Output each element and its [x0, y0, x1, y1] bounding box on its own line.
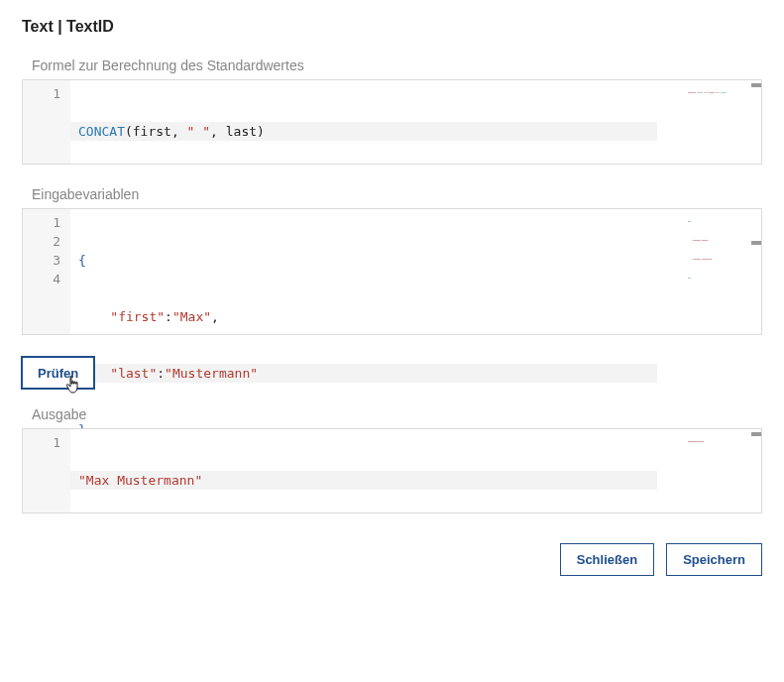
save-button[interactable]: Speichern [666, 543, 762, 576]
line-number: 1 [31, 213, 60, 232]
code-line: CONCAT(first, " ", last) [70, 122, 657, 141]
line-number: 2 [31, 232, 60, 251]
footer-buttons: Schließen Speichern [22, 543, 762, 576]
page-title: Text | TextID [22, 18, 762, 36]
editor-scroll-thumb[interactable] [751, 241, 761, 245]
vars-gutter: 1 2 3 4 [23, 209, 70, 334]
vars-code-area[interactable]: { "first":"Max", "last":"Mustermann" } [70, 209, 761, 334]
line-number: 1 [31, 433, 60, 452]
line-number: 3 [31, 251, 60, 270]
close-button[interactable]: Schließen [560, 543, 654, 576]
formula-gutter: 1 [23, 80, 70, 164]
formula-code-area[interactable]: CONCAT(first, " ", last) [70, 80, 761, 164]
formula-editor[interactable]: 1 CONCAT(first, " ", last) [22, 79, 762, 165]
output-gutter: 1 [23, 429, 70, 512]
code-line: "first":"Max", [78, 307, 753, 326]
output-code-area[interactable]: "Max Mustermann" [70, 429, 761, 512]
output-editor[interactable]: 1 "Max Mustermann" [22, 428, 762, 513]
editor-scroll-thumb[interactable] [751, 83, 761, 87]
check-button[interactable]: Prüfen [22, 357, 94, 389]
vars-section-label: Eingabevariablen [32, 186, 762, 202]
code-line: "last":"Mustermann" [70, 364, 657, 383]
code-line: { [78, 251, 753, 270]
editor-scroll-thumb[interactable] [751, 432, 761, 436]
vars-editor[interactable]: 1 2 3 4 { "first":"Max", "last":"Musterm… [22, 208, 762, 335]
line-number: 4 [31, 270, 60, 288]
line-number: 1 [31, 84, 60, 103]
code-line: "Max Mustermann" [70, 471, 657, 490]
formula-section-label: Formel zur Berechnung des Standardwertes [32, 57, 762, 73]
